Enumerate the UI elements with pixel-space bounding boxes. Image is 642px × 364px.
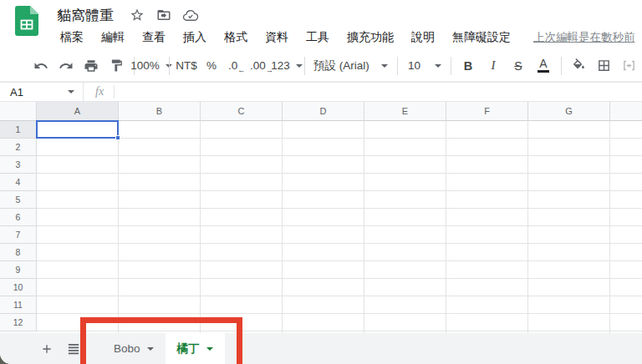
formula-input[interactable] — [115, 83, 642, 101]
row-header-6[interactable]: 6 — [0, 209, 37, 226]
sheet-tab-橘丁[interactable]: 橘丁 — [166, 333, 225, 364]
menu-item-插入[interactable]: 插入 — [180, 28, 210, 47]
select-all-corner[interactable] — [0, 102, 37, 121]
chevron-down-icon — [206, 347, 213, 351]
italic-button[interactable]: I — [482, 55, 504, 77]
fill-handle[interactable] — [115, 135, 120, 140]
font-size-select[interactable]: 10 — [405, 55, 444, 77]
increase-decimal-button[interactable]: .00→ — [251, 55, 273, 77]
chevron-down-icon — [147, 347, 154, 351]
document-title[interactable]: 貓窩體重 — [57, 6, 114, 25]
topbar: 貓窩體重 檔案編輯查看插入格式資料工具擴充功能說 — [0, 0, 642, 50]
row-header-9[interactable]: 9 — [0, 261, 37, 279]
fill-color-button[interactable] — [568, 55, 589, 77]
chevron-down-icon — [435, 64, 441, 68]
more-formats-button[interactable]: 123 — [276, 55, 298, 77]
column-header-D[interactable]: D — [283, 102, 364, 121]
screenshot-stage: 貓窩體重 檔案編輯查看插入格式資料工具擴充功能說 — [0, 0, 642, 364]
formula-bar: A1 fx — [0, 82, 642, 102]
add-sheet-button[interactable] — [37, 339, 57, 359]
menu-items: 檔案編輯查看插入格式資料工具擴充功能說明無障礙設定 — [57, 28, 525, 47]
menu-item-說明[interactable]: 說明 — [408, 28, 438, 47]
borders-button[interactable] — [593, 55, 614, 77]
column-header-C[interactable]: C — [201, 102, 283, 121]
sheet-tab-bar: Bobo橘丁 — [0, 333, 642, 364]
chevron-down-icon — [296, 64, 303, 68]
left-arrow-icon: ← — [237, 66, 245, 74]
row-header-12[interactable]: 12 — [0, 314, 37, 331]
sheet-tab-label: 橘丁 — [177, 341, 200, 356]
sheet-tabs: Bobo橘丁 — [102, 333, 225, 364]
move-folder-icon[interactable] — [154, 5, 174, 25]
toolbar-divider — [304, 57, 305, 75]
redo-button[interactable] — [55, 55, 77, 77]
menu-item-查看[interactable]: 查看 — [139, 28, 169, 47]
menu-item-擴充功能[interactable]: 擴充功能 — [344, 28, 397, 47]
menu-item-工具[interactable]: 工具 — [303, 28, 333, 47]
toolbar-divider — [561, 57, 562, 75]
row-header-10[interactable]: 10 — [0, 279, 37, 296]
toolbar-divider — [169, 57, 170, 75]
last-edit-status[interactable]: 上次編輯是在數秒前 — [533, 30, 635, 45]
cell-reference: A1 — [10, 86, 23, 99]
spreadsheet-grid: ABCDEFG 123456789101112 — [0, 102, 642, 333]
row-header-5[interactable]: 5 — [0, 191, 37, 209]
all-sheets-button[interactable] — [64, 339, 84, 359]
menu-item-無障礙設定[interactable]: 無障礙設定 — [449, 28, 514, 47]
sheet-tab-Bobo[interactable]: Bobo — [102, 333, 166, 364]
toolbar: 100% NT$ % .0← .00→ 123 預設 (Arial) 10 — [0, 50, 642, 82]
column-header-E[interactable]: E — [364, 102, 446, 121]
row-header-2[interactable]: 2 — [0, 139, 37, 156]
paint-format-button[interactable] — [105, 55, 127, 77]
right-arrow-icon: → — [266, 66, 273, 74]
print-button[interactable] — [80, 55, 102, 77]
font-select[interactable]: 預設 (Arial) — [311, 55, 390, 77]
percent-format-button[interactable]: % — [201, 55, 222, 77]
chevron-down-icon — [381, 64, 388, 68]
merge-cells-button[interactable] — [618, 55, 639, 77]
toolbar-divider — [397, 57, 398, 75]
fx-icon: fx — [95, 85, 104, 99]
row-header-7[interactable]: 7 — [0, 226, 37, 244]
column-header-F[interactable]: F — [446, 102, 528, 121]
sheets-logo-icon[interactable] — [15, 6, 38, 36]
column-header-A[interactable]: A — [37, 102, 119, 121]
row-header-4[interactable]: 4 — [0, 174, 37, 191]
row-header-11[interactable]: 11 — [0, 296, 37, 314]
bold-button[interactable]: B — [457, 55, 479, 77]
column-header-G[interactable]: G — [528, 102, 610, 121]
menu-item-資料[interactable]: 資料 — [262, 28, 292, 47]
row-header-8[interactable]: 8 — [0, 244, 37, 261]
menu-item-編輯[interactable]: 編輯 — [98, 28, 128, 47]
google-sheets-window: 貓窩體重 檔案編輯查看插入格式資料工具擴充功能說 — [0, 0, 642, 364]
text-color-button[interactable]: A — [532, 55, 554, 77]
row-headers: 123456789101112 — [0, 121, 37, 331]
title-block: 貓窩體重 檔案編輯查看插入格式資料工具擴充功能說 — [57, 3, 635, 48]
currency-format-button[interactable]: NT$ — [176, 55, 197, 77]
zoom-select[interactable]: 100% — [140, 55, 162, 77]
name-box[interactable]: A1 — [0, 83, 84, 101]
cells-area[interactable] — [37, 121, 642, 333]
decrease-decimal-button[interactable]: .0← — [226, 55, 247, 77]
menu-item-格式[interactable]: 格式 — [221, 28, 251, 47]
star-icon[interactable] — [127, 5, 147, 25]
undo-button[interactable] — [30, 55, 52, 77]
menu-item-檔案[interactable]: 檔案 — [57, 28, 87, 47]
column-header-partial[interactable] — [610, 102, 642, 121]
menu-bar: 檔案編輯查看插入格式資料工具擴充功能說明無障礙設定 上次編輯是在數秒前 — [57, 28, 635, 48]
selected-cell-outline[interactable] — [36, 120, 119, 139]
row-header-1[interactable]: 1 — [0, 121, 37, 139]
row-header-3[interactable]: 3 — [0, 156, 37, 174]
text-color-swatch — [538, 70, 549, 73]
chevron-down-icon — [68, 90, 74, 94]
cloud-saved-icon[interactable] — [181, 5, 201, 25]
column-headers: ABCDEFG — [37, 102, 642, 121]
column-header-B[interactable]: B — [119, 102, 201, 121]
toolbar-divider — [451, 57, 451, 75]
strikethrough-button[interactable]: S — [507, 55, 529, 77]
sheet-tab-label: Bobo — [114, 342, 140, 355]
